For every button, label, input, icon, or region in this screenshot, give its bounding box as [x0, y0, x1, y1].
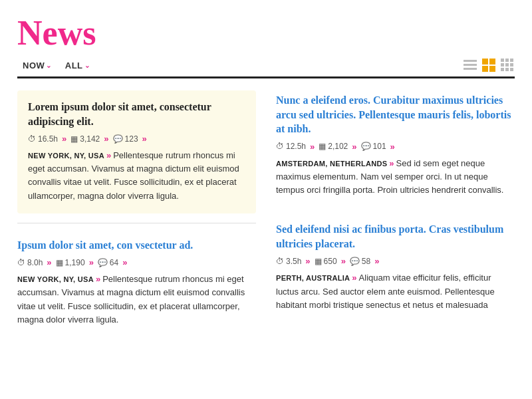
br-image-item: ▦ 650 [315, 257, 337, 266]
clock-icon: ⏱ [28, 134, 36, 144]
svg-rect-12 [510, 63, 513, 66]
filter-all-label: ALL [65, 61, 83, 70]
bl-image-icon: ▦ [56, 258, 63, 267]
view-grid4-icon[interactable] [481, 58, 496, 72]
toolbar: NOW ⌄ ALL ⌄ [17, 58, 515, 78]
tr-comment-item: 💬 101 [361, 142, 386, 151]
meta-time: 16.5h [38, 134, 58, 144]
right-column: Nunc a eleifend eros. Curabitur maximus … [276, 90, 515, 340]
meta-clock-item: ⏱ 16.5h [28, 134, 58, 144]
svg-rect-14 [505, 68, 509, 71]
meta-sep-2: » [104, 134, 108, 144]
article-bottom-right-meta: ⏱ 3.5h » ▦ 650 » 💬 58 » [276, 256, 515, 266]
svg-rect-9 [510, 59, 513, 62]
article-top-right-body: AMSTERDAM, NETHERLANDS»Sed id sem eget n… [276, 157, 515, 197]
svg-rect-15 [510, 68, 513, 71]
comment-icon: 💬 [113, 134, 123, 144]
tr-time: 12.5h [286, 142, 306, 151]
article-bottom-right-title[interactable]: Sed eleifend nisi ac finibus porta. Cras… [276, 222, 515, 251]
article-bottom-right-body: PERTH, AUSTRALIA»Aliquam vitae efficitur… [276, 271, 515, 311]
svg-rect-8 [505, 59, 509, 62]
svg-rect-13 [501, 68, 504, 71]
left-divider [17, 223, 256, 223]
article-featured-body: NEW YORK, NY, USA»Pellentesque rutrum rh… [28, 149, 245, 203]
page-title: News [17, 13, 515, 53]
br-clock-item: ⏱ 3.5h [276, 257, 301, 266]
image-icon: ▦ [70, 134, 78, 144]
article-bottom-left-title[interactable]: Ipsum dolor sit amet, con vsectetur ad. [17, 238, 256, 253]
br-time: 3.5h [286, 257, 301, 266]
svg-rect-1 [464, 64, 477, 66]
tr-image-icon: ▦ [319, 142, 326, 151]
meta-comments: 123 [125, 134, 138, 144]
br-images: 650 [324, 257, 337, 266]
tr-location: AMSTERDAM, NETHERLANDS [276, 160, 387, 168]
bl-comment-item: 💬 64 [98, 258, 118, 267]
article-bottom-left: Ipsum dolor sit amet, con vsectetur ad. … [17, 231, 256, 340]
svg-rect-3 [482, 59, 488, 65]
tr-comment-icon: 💬 [361, 142, 371, 151]
br-location: PERTH, AUSTRALIA [276, 274, 350, 282]
bl-clock-item: ⏱ 8.0h [17, 258, 43, 267]
br-image-icon: ▦ [315, 257, 322, 266]
article-featured: Lorem ipsum dolor sit amet, consectetur … [17, 90, 256, 213]
meta-image-item: ▦ 3,142 [70, 134, 100, 144]
bl-time: 8.0h [27, 258, 43, 267]
bl-comments: 64 [110, 258, 118, 267]
bl-clock-icon: ⏱ [17, 258, 25, 267]
bl-images: 1,190 [65, 258, 85, 267]
article-top-right-title[interactable]: Nunc a eleifend eros. Curabitur maximus … [276, 93, 515, 136]
article-featured-title: Lorem ipsum dolor sit amet, consectetur … [28, 100, 245, 128]
svg-rect-11 [505, 63, 509, 66]
bl-comment-icon: 💬 [98, 258, 108, 267]
article-top-right-meta: ⏱ 12.5h » ▦ 2,102 » 💬 101 » [276, 142, 515, 152]
svg-rect-7 [501, 59, 504, 62]
br-comment-icon: 💬 [350, 257, 360, 266]
br-comment-item: 💬 58 [350, 257, 370, 266]
svg-rect-10 [501, 63, 504, 66]
tr-comments: 101 [373, 142, 386, 151]
filter-all-chevron-icon: ⌄ [84, 62, 90, 69]
svg-rect-0 [464, 60, 477, 62]
meta-sep-3: » [142, 134, 147, 144]
article-bottom-left-body: NEW YORK, NY, USA»Pellentesque rutrum rh… [17, 273, 256, 327]
svg-rect-6 [489, 66, 495, 72]
tr-image-item: ▦ 2,102 [319, 142, 348, 151]
filter-now-button[interactable]: NOW ⌄ [17, 59, 57, 72]
filter-now-label: NOW [23, 61, 45, 70]
left-column: Lorem ipsum dolor sit amet, consectetur … [17, 90, 256, 340]
meta-comment-item: 💬 123 [113, 134, 138, 144]
bl-location: NEW YORK, NY, USA [17, 275, 94, 283]
tr-clock-item: ⏱ 12.5h [276, 142, 306, 151]
svg-rect-2 [464, 68, 477, 70]
svg-rect-5 [482, 66, 488, 72]
filter-bar: NOW ⌄ ALL ⌄ [17, 58, 515, 72]
article-bottom-right: Sed eleifend nisi ac finibus porta. Cras… [276, 215, 515, 325]
article-featured-meta: ⏱ 16.5h » ▦ 3,142 » 💬 123 » [28, 134, 245, 144]
view-icons-group [463, 58, 515, 72]
article-bottom-left-meta: ⏱ 8.0h » ▦ 1,190 » 💬 64 » [17, 257, 256, 267]
filter-now-chevron-icon: ⌄ [46, 62, 52, 69]
br-comments: 58 [362, 257, 370, 266]
articles-grid: Lorem ipsum dolor sit amet, consectetur … [17, 90, 515, 340]
filter-all-button[interactable]: ALL ⌄ [60, 59, 95, 72]
meta-images: 3,142 [80, 134, 100, 144]
view-lines-icon[interactable] [463, 58, 477, 72]
article-top-right: Nunc a eleifend eros. Curabitur maximus … [276, 90, 515, 210]
tr-images: 2,102 [328, 142, 348, 151]
bl-image-item: ▦ 1,190 [56, 258, 85, 267]
tr-clock-icon: ⏱ [276, 142, 284, 151]
br-clock-icon: ⏱ [276, 257, 284, 266]
meta-sep-1: » [62, 134, 66, 144]
view-grid9-icon[interactable] [500, 58, 515, 72]
svg-rect-4 [489, 59, 495, 65]
article-featured-location: NEW YORK, NY, USA [28, 152, 104, 160]
